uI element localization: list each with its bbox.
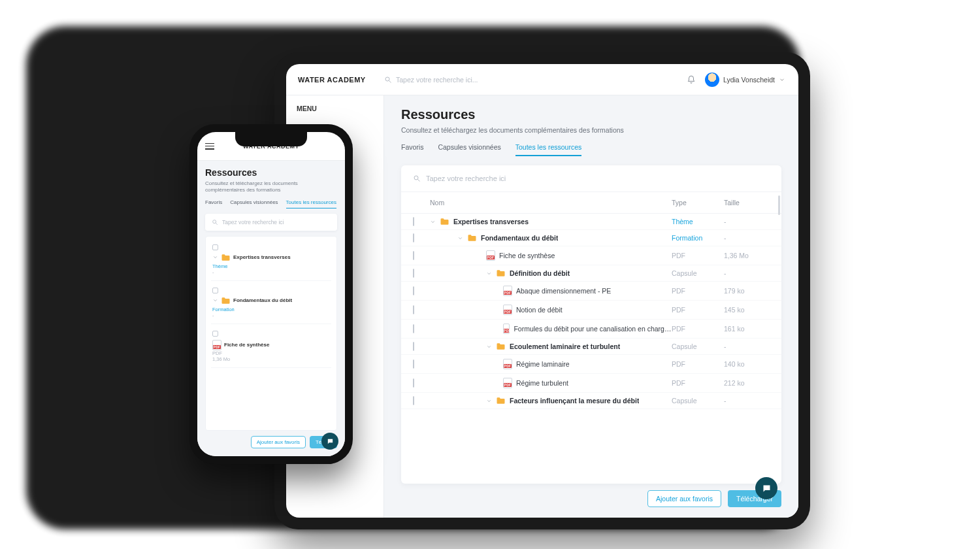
col-name: Nom [430,199,672,207]
add-favorites-button[interactable]: Ajouter aux favoris [251,436,306,448]
row-size: - [212,269,330,275]
chevron-down-icon[interactable] [212,297,218,303]
row-type: Formation [212,307,330,312]
file-row[interactable]: Fiche de synthèsePDF1,36 Mo [401,246,781,265]
table-body: Expertises transversesThème-Fondamentaux… [401,214,781,484]
checkbox[interactable] [413,342,414,351]
panel-search[interactable]: Tapez votre recherche ici [401,165,781,192]
tab-all-resources[interactable]: Toutes les ressources [286,199,336,208]
checkbox[interactable] [212,244,218,250]
row-type: PDF [672,252,724,259]
tab-favoris[interactable]: Favoris [205,199,222,208]
checkbox[interactable] [413,286,414,295]
file-row[interactable]: Régime laminairePDF140 ko [401,355,781,374]
panel-search[interactable]: Tapez votre recherche ici [205,214,337,231]
checkbox[interactable] [413,396,414,405]
tabs: Favoris Capsules visionnées Toutes les r… [401,143,781,156]
folder-row[interactable]: Expertises transversesThème- [211,241,331,281]
add-favorites-button[interactable]: Ajouter aux favoris [647,490,721,507]
folder-row[interactable]: Définition du débitCapsule- [401,265,781,282]
row-type: PDF [672,287,724,295]
global-search[interactable]: Tapez votre recherche ici... [384,76,687,84]
svg-line-1 [389,80,391,82]
row-name: Expertises transverses [233,254,291,260]
row-size: 145 ko [724,306,770,314]
hamburger-icon[interactable] [205,143,214,150]
checkbox[interactable] [413,217,414,226]
phone-main: Ressources Consultez et téléchargez les … [197,161,345,456]
row-name: Régime laminaire [516,360,570,368]
folder-row[interactable]: Fondamentaux du débitFormation- [401,230,781,246]
row-size: 161 ko [724,325,770,333]
search-icon [413,175,421,182]
checkbox[interactable] [413,378,414,388]
checkbox[interactable] [413,359,414,369]
chevron-down-icon[interactable] [212,254,218,260]
row-type: Capsule [672,269,724,277]
pdf-icon [503,378,512,388]
folder-icon [221,297,231,305]
chevron-down-icon[interactable] [486,344,492,350]
col-size: Taille [724,199,770,207]
checkbox[interactable] [413,269,414,278]
folder-row[interactable]: Expertises transversesThème- [401,214,781,230]
row-name: Définition du débit [510,269,570,277]
row-name: Fondamentaux du débit [233,297,292,303]
chat-fab[interactable] [321,433,338,450]
page-subtitle: Consultez et téléchargez les documents c… [205,180,316,194]
folder-row[interactable]: Fondamentaux du débitFormation- [211,284,331,324]
svg-point-2 [414,176,418,180]
resources-list: Expertises transversesThème-Fondamentaux… [205,236,337,431]
file-row[interactable]: Abaque dimensionnement - PEPDF179 ko [401,282,781,301]
chevron-down-icon[interactable] [486,398,492,404]
row-type: Capsule [672,397,724,405]
scrollbar[interactable] [778,195,780,215]
panel-search-placeholder: Tapez votre recherche ici [426,175,506,182]
file-row[interactable]: Fiche de synthèsePDF1,36 Mo [211,327,331,368]
chevron-down-icon[interactable] [457,235,463,241]
row-type: PDF [212,350,330,356]
row-size: - [212,312,330,318]
user-menu[interactable]: Lydia Vonscheidt [705,73,785,87]
file-row[interactable]: Notion de débitPDF145 ko [401,301,781,320]
file-row[interactable]: Régime turbulentPDF212 ko [401,374,781,393]
folder-row[interactable]: Ecoulement laminaire et turbulentCapsule… [401,339,781,355]
col-type: Type [672,199,724,207]
bell-icon[interactable] [687,75,696,84]
row-size: 1,36 Mo [724,252,770,259]
row-name: Fondamentaux du débit [481,234,558,242]
row-type: Thème [212,263,330,269]
chat-fab[interactable] [755,477,777,499]
svg-point-0 [385,77,389,81]
checkbox[interactable] [413,251,414,260]
tablet-device: WATER ACADEMY Tapez votre recherche ici.… [274,52,810,529]
checkbox[interactable] [413,233,414,242]
row-size: - [724,218,770,225]
checkbox[interactable] [212,331,218,337]
row-name: Ecoulement laminaire et turbulent [510,342,620,350]
row-name: Facteurs influençant la mesure du débit [510,397,639,405]
chevron-down-icon[interactable] [486,271,492,276]
sidebar-heading: MENU [297,105,373,112]
row-type: Thème [672,218,724,225]
pdf-icon [503,324,510,334]
row-size: 212 ko [724,379,770,387]
chevron-down-icon[interactable] [430,219,436,225]
row-size: - [724,397,770,405]
row-name: Régime turbulent [516,379,568,387]
folder-row[interactable]: Facteurs influençant la mesure du débitC… [401,393,781,409]
tab-all-resources[interactable]: Toutes les ressources [515,143,582,156]
tab-capsules[interactable]: Capsules visionnées [438,143,500,156]
row-type: PDF [672,379,724,387]
tab-favoris[interactable]: Favoris [401,143,423,156]
chat-icon [327,438,334,445]
checkbox[interactable] [413,324,414,333]
chevron-down-icon [779,76,785,83]
folder-icon [496,397,506,405]
row-type: Formation [672,234,724,242]
checkbox[interactable] [413,305,414,314]
folder-icon [496,342,506,350]
checkbox[interactable] [212,288,218,293]
tab-capsules[interactable]: Capsules visionnées [230,199,278,208]
file-row[interactable]: Formules du débit pour une canalisation … [401,320,781,339]
